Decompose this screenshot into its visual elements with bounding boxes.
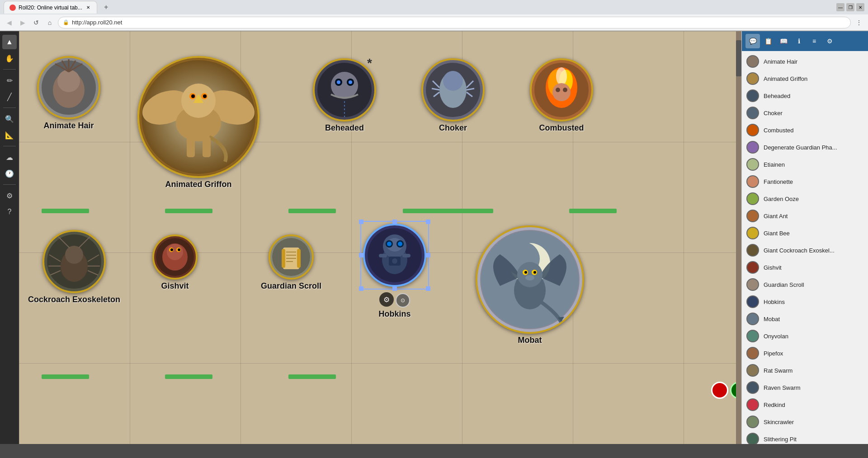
label-onyvolan: Onyvolan <box>764 333 788 340</box>
avatar-guardian-scroll <box>746 278 759 291</box>
list-item-animated-griffon[interactable]: Animated Griffon <box>742 70 868 87</box>
pan-tool-button[interactable]: ✋ <box>2 51 17 65</box>
svg-point-55 <box>178 248 180 251</box>
toolbar-divider <box>3 69 16 70</box>
list-item-guardian-scroll[interactable]: Guardian Scroll <box>742 276 868 293</box>
selection-handle-tr <box>426 220 430 224</box>
minimize-button[interactable]: — <box>836 3 844 11</box>
token-beheaded[interactable]: Beheaded <box>313 58 376 133</box>
list-item-garden-ooze[interactable]: Garden Ooze <box>742 190 868 207</box>
tab-info[interactable]: ℹ <box>792 34 806 48</box>
list-item-slithering-pit[interactable]: Slithering Pit <box>742 430 868 444</box>
browser-tab[interactable]: Roll20: Online virtual tab... ✕ <box>4 1 97 14</box>
back-button[interactable]: ◀ <box>4 17 14 28</box>
list-item-hobkins[interactable]: Hobkins <box>742 293 868 310</box>
list-item-pipefox[interactable]: Pipefox <box>742 345 868 362</box>
token-hobkins[interactable]: 9 13 <box>360 221 429 319</box>
title-bar: Roll20: Online virtual tab... ✕ + — ❐ ✕ <box>0 0 868 14</box>
restore-button[interactable]: ❐ <box>846 3 854 11</box>
token-combusted[interactable]: Combusted <box>530 58 593 133</box>
label-choker: Choker <box>764 110 783 117</box>
pencil-tool-button[interactable]: ✏ <box>2 73 17 88</box>
forward-button[interactable]: ▶ <box>17 17 28 28</box>
avatar-etiainen <box>746 158 759 171</box>
token-circle-combusted <box>530 58 593 122</box>
avatar-animated-griffon <box>746 72 759 85</box>
list-item-beheaded[interactable]: Beheaded <box>742 87 868 104</box>
tab-compendium[interactable]: 📖 <box>776 34 791 48</box>
list-item-fantionette[interactable]: Fantionette <box>742 173 868 190</box>
token-animate-hair[interactable]: Animate Hair <box>37 56 100 131</box>
tab-close-button[interactable]: ✕ <box>85 5 91 11</box>
avatar-garden-ooze <box>746 192 759 205</box>
token-circle-hobkins <box>363 224 426 287</box>
selection-handle-mr <box>426 253 430 257</box>
avatar-beheaded <box>746 89 759 102</box>
list-item-giant-bee[interactable]: Giant Bee <box>742 224 868 242</box>
vtt-grid[interactable]: * <box>19 31 741 444</box>
avatar-degenerate-guardian <box>746 141 759 154</box>
label-garden-ooze: Garden Ooze <box>764 196 799 202</box>
avatar-raven-swarm <box>746 381 759 394</box>
list-item-choker[interactable]: Choker <box>742 104 868 122</box>
list-item-giant-cockroach[interactable]: Giant Cockroach Exoskel... <box>742 242 868 259</box>
line-tool-button[interactable]: ╱ <box>2 89 17 104</box>
security-lock-icon: 🔒 <box>63 19 69 25</box>
label-redkind: Redkind <box>764 402 785 408</box>
new-tab-button[interactable]: + <box>101 2 112 13</box>
tab-macros[interactable]: ≡ <box>807 34 821 48</box>
ruler-tool-button[interactable]: 📐 <box>2 128 17 142</box>
list-item-mobat[interactable]: Mobat <box>742 310 868 327</box>
token-animated-griffon[interactable]: Animated Griffon <box>137 56 259 189</box>
token-cockroach-exoskeleton[interactable]: Cockroach Exoskeleton <box>28 230 120 304</box>
help-tool-button[interactable]: ? <box>2 205 17 219</box>
avatar-fantionette <box>746 175 759 188</box>
home-button[interactable]: ⌂ <box>44 17 55 28</box>
list-item-animate-hair[interactable]: Animate Hair <box>742 53 868 70</box>
selection-handle-bm <box>392 286 397 291</box>
token-choker[interactable]: Choker <box>421 58 485 133</box>
address-bar[interactable]: 🔒 http://app.roll20.net <box>58 17 851 28</box>
fog-tool-button[interactable]: ☁ <box>2 150 17 164</box>
token-gishvit[interactable]: Gishvit <box>152 234 198 291</box>
svg-point-34 <box>556 67 567 85</box>
svg-point-21 <box>331 72 358 99</box>
settings-tool-button[interactable]: ⚙ <box>2 188 17 203</box>
list-item-skincrawler[interactable]: Skincrawler <box>742 413 868 430</box>
svg-point-36 <box>556 88 560 92</box>
tab-chat[interactable]: 💬 <box>745 34 760 48</box>
list-item-raven-swarm[interactable]: Raven Swarm <box>742 379 868 396</box>
token-label-combusted: Combusted <box>539 123 584 133</box>
list-item-giant-ant[interactable]: Giant Ant <box>742 207 868 224</box>
hp-bar-griffon <box>165 209 212 213</box>
close-button[interactable]: ✕ <box>856 3 864 11</box>
extensions-button[interactable]: ⋮ <box>854 17 864 28</box>
token-guardian-scroll[interactable]: Guardian Scroll <box>261 234 321 291</box>
label-raven-swarm: Raven Swarm <box>764 384 801 391</box>
tab-settings-cog[interactable]: ⚙ <box>822 34 837 48</box>
token-mobat[interactable]: Mobat <box>476 225 584 345</box>
list-item-onyvolan[interactable]: Onyvolan <box>742 327 868 345</box>
select-tool-button[interactable]: ▲ <box>2 35 17 49</box>
hobkins-status-button[interactable]: ⊙ <box>396 293 410 308</box>
hp-bar-beheaded <box>288 209 336 213</box>
list-item-redkind[interactable]: Redkind <box>742 396 868 413</box>
hobkins-gear-button[interactable]: ⚙ <box>379 292 394 307</box>
zoom-tool-button[interactable]: 🔍 <box>2 112 17 126</box>
list-item-gishvit[interactable]: Gishvit <box>742 259 868 276</box>
svg-point-29 <box>443 71 463 91</box>
clock-tool-button[interactable]: 🕐 <box>2 166 17 181</box>
avatar-pipefox <box>746 347 759 360</box>
toolbar-divider-4 <box>3 184 16 185</box>
list-item-rat-swarm[interactable]: Rat Swarm <box>742 362 868 379</box>
list-item-etiainen[interactable]: Etiainen <box>742 156 868 173</box>
refresh-button[interactable]: ↺ <box>31 17 42 28</box>
token-label-hobkins: Hobkins <box>378 309 410 319</box>
list-item-degenerate-guardian[interactable]: Degenerate Guardian Pha... <box>742 139 868 156</box>
tab-journal[interactable]: 📋 <box>761 34 775 48</box>
selection-handle-br <box>426 286 430 291</box>
right-panel: 💬 📋 📖 ℹ ≡ ⚙ Animate Hair Animated Griffo… <box>741 31 868 444</box>
hp-bar-hobkins <box>403 209 493 213</box>
list-item-combusted[interactable]: Combusted <box>742 122 868 139</box>
vtt-scrollbar[interactable] <box>736 31 741 444</box>
